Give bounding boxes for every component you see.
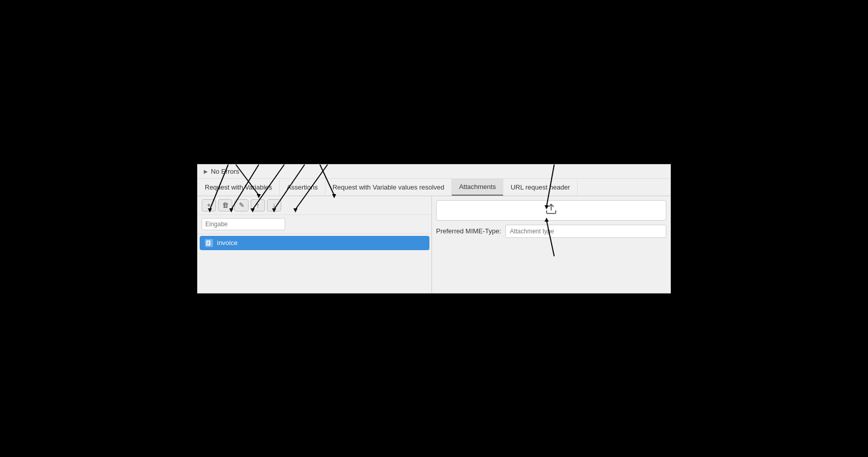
edit-button[interactable]: ✎: [234, 199, 249, 211]
attachment-icon: [205, 239, 213, 247]
mime-input[interactable]: [505, 225, 666, 238]
upload-area[interactable]: [436, 200, 666, 221]
search-input[interactable]: [202, 218, 285, 230]
arrow-up-icon: ↑: [256, 201, 260, 209]
tab-url-request-header[interactable]: URL request header: [503, 179, 578, 195]
left-panel: + 🗑 ✎ ↑ ↓: [198, 196, 432, 293]
tab-request-resolved[interactable]: Request with Variable values resolved: [326, 179, 452, 195]
no-errors-label: No Errors: [211, 168, 239, 175]
tabs-bar: Request with Variables Assertions Reques…: [198, 179, 670, 196]
tab-request-variables[interactable]: Request with Variables: [198, 179, 280, 195]
move-up-button[interactable]: ↑: [251, 199, 265, 211]
tab-assertions[interactable]: Assertions: [280, 179, 326, 195]
toolbar: + 🗑 ✎ ↑ ↓: [198, 196, 431, 215]
add-button[interactable]: +: [202, 199, 216, 211]
list-item-label: invoice: [217, 239, 237, 247]
search-container: [198, 215, 431, 234]
list-item[interactable]: invoice: [200, 236, 429, 250]
trash-icon: 🗑: [222, 201, 229, 209]
delete-button[interactable]: 🗑: [218, 199, 232, 211]
upload-icon: [545, 203, 557, 218]
pencil-icon: ✎: [239, 201, 245, 209]
arrow-down-icon: ↓: [273, 201, 276, 209]
chevron-right-icon: ▶: [204, 169, 208, 174]
main-panel: ▶ No Errors Request with Variables Asser…: [197, 164, 671, 293]
right-panel: Preferred MIME-Type:: [432, 196, 670, 293]
tab-attachments[interactable]: Attachments: [452, 179, 503, 196]
move-down-button[interactable]: ↓: [267, 199, 281, 211]
no-errors-bar: ▶ No Errors: [198, 165, 670, 179]
content-area: + 🗑 ✎ ↑ ↓: [198, 196, 670, 293]
mime-type-row: Preferred MIME-Type:: [436, 225, 666, 238]
mime-label: Preferred MIME-Type:: [436, 227, 501, 235]
list-area: invoice: [198, 234, 431, 293]
